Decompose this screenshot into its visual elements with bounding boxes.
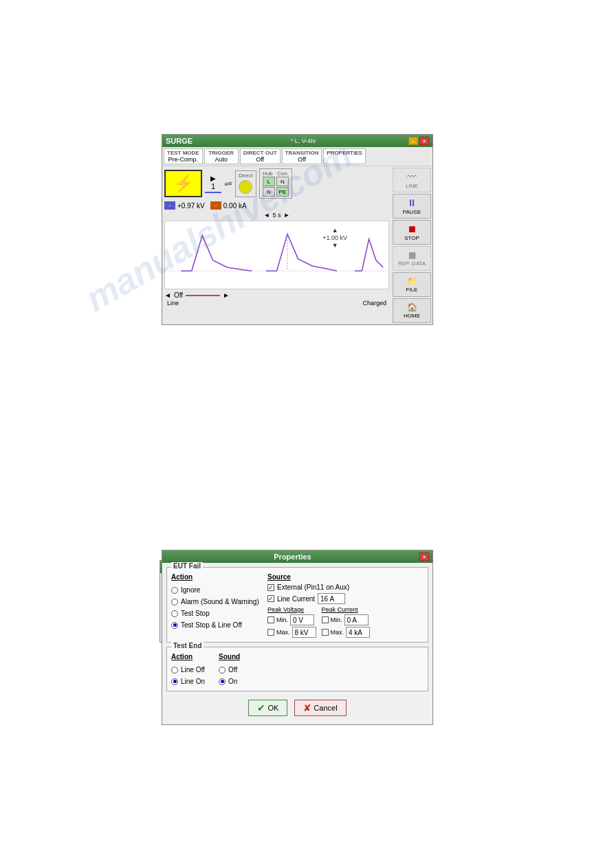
line-current-item[interactable]: ✓ Line Current <box>267 593 424 604</box>
line-group: Hub Con. L N N PE <box>259 168 292 199</box>
source-col-title: Source <box>267 573 424 581</box>
home-btn-label: HOME <box>404 313 420 319</box>
pc-min-label: Min. <box>331 616 342 623</box>
action-ignore-item[interactable]: Ignore <box>171 586 261 594</box>
close-button[interactable]: × <box>419 137 429 145</box>
pc-min-checkbox[interactable] <box>322 616 329 623</box>
line-l-button[interactable]: L <box>263 177 275 186</box>
pv-max-checkbox[interactable] <box>267 629 274 636</box>
cancel-icon: ✘ <box>303 702 311 713</box>
voltage-arrow-indicator: ▲ +1.00 kV ▼ <box>322 227 347 249</box>
te-line-off-radio[interactable] <box>171 667 178 674</box>
stop-button[interactable]: ⏹ STOP <box>393 220 431 245</box>
line-header: Hub Con. <box>263 170 289 177</box>
properties-label[interactable]: PROPERTIES <box>327 150 362 156</box>
down-arrow-icon[interactable]: ▼ <box>332 242 338 249</box>
surge-waveform-svg <box>165 221 388 289</box>
cancel-label: Cancel <box>314 704 337 712</box>
test-mode-group: TEST MODE Pre-Comp. <box>164 148 203 164</box>
action-alarm-radio[interactable] <box>171 599 178 605</box>
pv-min-label: Min. <box>276 616 288 623</box>
up-arrow-icon[interactable]: ▲ <box>332 227 338 234</box>
peak-current-group: Peak Current Min. Max. <box>322 606 371 638</box>
pv-min-input[interactable] <box>290 614 314 625</box>
surge-main: ⚡ ▶ 1 ⇌ Direct Hub Con <box>162 166 432 324</box>
trigger-label: TRIGGER <box>208 150 233 156</box>
action-col-title: Action <box>171 573 261 581</box>
action-teststop-lineoff-radio[interactable] <box>171 622 178 629</box>
properties-footer: ✔ OK ✘ Cancel <box>166 695 428 720</box>
pause-icon: ⏸ <box>407 197 417 208</box>
pc-max-checkbox[interactable] <box>322 629 329 636</box>
play-icon[interactable]: ▶ <box>210 175 216 182</box>
te-line-on-item[interactable]: Line On <box>171 678 205 685</box>
cancel-button[interactable]: ✘ Cancel <box>294 700 346 716</box>
test-mode-value: Pre-Comp. <box>168 156 199 163</box>
pc-min-input[interactable] <box>344 614 369 625</box>
voltage-label: +1.00 kV <box>322 234 347 241</box>
pv-max-row: Max. <box>267 627 316 638</box>
line-current-checkbox[interactable]: ✓ <box>267 595 274 602</box>
properties-title: Properties <box>166 553 419 561</box>
surge-subtitle: * L, V-4Iv <box>291 137 316 144</box>
te-sound-off-radio[interactable] <box>219 667 226 674</box>
counter-display: ▶ 1 <box>205 175 221 193</box>
direct-group: Direct <box>235 170 256 197</box>
left-arrow-icon[interactable]: ◄ <box>164 291 171 299</box>
pc-max-input[interactable] <box>346 627 370 638</box>
external-label: External (Pin11 on Aux) <box>277 583 349 591</box>
con-label: Con. <box>277 170 289 177</box>
action-teststop-lineoff-item[interactable]: Test Stop & Line Off <box>171 621 261 629</box>
te-line-off-item[interactable]: Line Off <box>171 666 205 674</box>
line-n-button[interactable]: N <box>276 177 289 186</box>
te-sound-on-radio[interactable] <box>219 678 226 685</box>
props-close-button[interactable]: × <box>419 553 429 561</box>
te-line-on-radio[interactable] <box>171 678 178 685</box>
action-teststop-item[interactable]: Test Stop <box>171 610 261 617</box>
surge-titlebar: SURGE * L, V-4Iv – × <box>162 135 432 147</box>
line-current-input[interactable] <box>318 593 345 604</box>
line-n2-button[interactable]: N <box>263 187 275 197</box>
time-value: 5 s <box>272 212 281 219</box>
action-alarm-item[interactable]: Alarm (Sound & Warning) <box>171 598 261 605</box>
stop-icon: ⏹ <box>407 223 417 234</box>
direct-label: Direct <box>239 173 253 179</box>
eut-fail-label: EUT Fail <box>171 562 203 570</box>
home-button[interactable]: 🏠 HOME <box>393 298 431 323</box>
home-icon: 🏠 <box>407 302 417 312</box>
ok-button[interactable]: ✔ OK <box>248 700 287 716</box>
external-checkbox[interactable]: ✓ <box>267 584 274 591</box>
te-line-off-label: Line Off <box>181 666 205 674</box>
source-column: Source ✓ External (Pin11 on Aux) ✓ Line … <box>267 573 424 638</box>
pause-button[interactable]: ⏸ PAUSE <box>393 194 431 219</box>
minimize-button[interactable]: – <box>408 137 418 145</box>
pv-min-checkbox[interactable] <box>267 616 274 623</box>
line-button[interactable]: 〰 LINE <box>393 168 431 192</box>
surge-chart: ▲ +1.00 kV ▼ <box>164 221 389 289</box>
pv-max-input[interactable] <box>292 627 316 638</box>
arrow-left-icon[interactable]: ◄ <box>264 212 270 219</box>
action-ignore-radio[interactable] <box>171 587 178 594</box>
line-pe-button[interactable]: PE <box>276 187 289 197</box>
line-buttons-row2: N PE <box>263 187 289 197</box>
surge-title: SURGE <box>166 137 193 145</box>
eut-fail-inner: Action Ignore Alarm (Sound & Warning) <box>171 573 424 638</box>
external-checkbox-item[interactable]: ✓ External (Pin11 on Aux) <box>267 583 424 591</box>
right-arrow-icon[interactable]: ► <box>223 291 230 299</box>
voltage-measurement: ~ +0.97 kV <box>164 201 205 210</box>
te-sound-off-item[interactable]: Off <box>219 666 240 674</box>
test-end-action-col: Action Line Off Line On <box>171 653 205 687</box>
properties-group[interactable]: PROPERTIES <box>323 148 365 164</box>
action-teststop-radio[interactable] <box>171 610 178 617</box>
current-icon: ~ <box>210 201 221 210</box>
pc-min-row: Min. <box>322 614 371 625</box>
pause-btn-label: PAUSE <box>403 209 421 215</box>
rep-data-button[interactable]: ▦ REP. DATA <box>393 246 431 271</box>
arrow-right-icon[interactable]: ► <box>284 212 290 219</box>
voltage-value: +0.97 kV <box>177 202 205 210</box>
swap-icon[interactable]: ⇌ <box>224 178 232 189</box>
file-button[interactable]: 📁 FILE <box>393 272 431 297</box>
ok-icon: ✔ <box>257 702 265 713</box>
te-sound-on-item[interactable]: On <box>219 678 240 685</box>
direct-out-label: DIRECT OUT <box>243 150 277 156</box>
